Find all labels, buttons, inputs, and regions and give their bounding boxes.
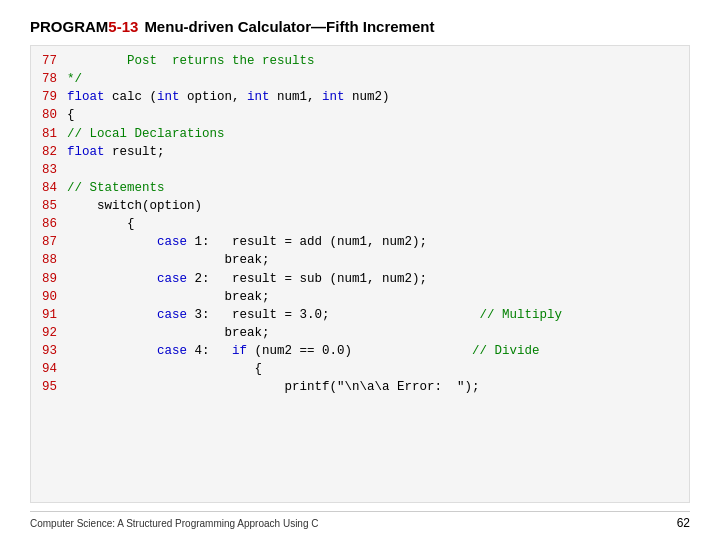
line-code: switch(option)	[67, 197, 689, 215]
line-code: break;	[67, 251, 689, 269]
line-number: 83	[31, 161, 67, 179]
table-row: 93 case 4: if (num2 == 0.0) // Divide	[31, 342, 689, 360]
line-code: Post returns the results	[67, 52, 689, 70]
table-row: 78*/	[31, 70, 689, 88]
title-number-label: 5-13	[108, 18, 138, 35]
table-row: 83	[31, 161, 689, 179]
line-number: 89	[31, 270, 67, 288]
line-number: 91	[31, 306, 67, 324]
line-number: 86	[31, 215, 67, 233]
keyword: float	[67, 90, 105, 104]
line-code	[67, 161, 689, 179]
line-number: 82	[31, 143, 67, 161]
table-row: 85 switch(option)	[31, 197, 689, 215]
keyword: int	[157, 90, 180, 104]
keyword: case	[157, 235, 187, 249]
footer-left-text: Computer Science: A Structured Programmi…	[30, 518, 318, 529]
table-row: 81// Local Declarations	[31, 125, 689, 143]
line-number: 92	[31, 324, 67, 342]
keyword: float	[67, 145, 105, 159]
table-row: 89 case 2: result = sub (num1, num2);	[31, 270, 689, 288]
line-number: 88	[31, 251, 67, 269]
line-code: case 3: result = 3.0; // Multiply	[67, 306, 689, 324]
line-code: {	[67, 360, 689, 378]
line-number: 93	[31, 342, 67, 360]
line-number: 87	[31, 233, 67, 251]
line-code: float result;	[67, 143, 689, 161]
line-code: {	[67, 215, 689, 233]
comment: // Local Declarations	[67, 127, 225, 141]
table-row: 90 break;	[31, 288, 689, 306]
line-code: case 4: if (num2 == 0.0) // Divide	[67, 342, 689, 360]
line-number: 95	[31, 378, 67, 396]
comment: */	[67, 72, 82, 86]
keyword: case	[157, 272, 187, 286]
table-row: 87 case 1: result = add (num1, num2);	[31, 233, 689, 251]
line-number: 77	[31, 52, 67, 70]
table-row: 86 {	[31, 215, 689, 233]
table-row: 84// Statements	[31, 179, 689, 197]
table-row: 82float result;	[31, 143, 689, 161]
title-desc-label: Menu-driven Calculator—Fifth Increment	[144, 18, 434, 35]
line-code: break;	[67, 324, 689, 342]
line-code: float calc (int option, int num1, int nu…	[67, 88, 689, 106]
line-number: 90	[31, 288, 67, 306]
keyword: case	[157, 308, 187, 322]
line-number: 81	[31, 125, 67, 143]
line-number: 80	[31, 106, 67, 124]
comment: // Statements	[67, 181, 165, 195]
table-row: 92 break;	[31, 324, 689, 342]
line-code: case 2: result = sub (num1, num2);	[67, 270, 689, 288]
line-number: 78	[31, 70, 67, 88]
table-row: 79float calc (int option, int num1, int …	[31, 88, 689, 106]
comment: Post returns the results	[127, 54, 315, 68]
comment: // Multiply	[480, 308, 563, 322]
line-number: 84	[31, 179, 67, 197]
keyword: int	[247, 90, 270, 104]
line-code: case 1: result = add (num1, num2);	[67, 233, 689, 251]
table-row: 95 printf("\n\a\a Error: ");	[31, 378, 689, 396]
keyword: if	[232, 344, 247, 358]
title-program-label: PROGRAM	[30, 18, 108, 35]
keyword: int	[322, 90, 345, 104]
line-number: 94	[31, 360, 67, 378]
line-code: {	[67, 106, 689, 124]
table-row: 77 Post returns the results	[31, 52, 689, 70]
keyword: case	[157, 344, 187, 358]
table-row: 88 break;	[31, 251, 689, 269]
line-code: */	[67, 70, 689, 88]
code-block: 77 Post returns the results78*/79float c…	[30, 45, 690, 503]
code-table: 77 Post returns the results78*/79float c…	[31, 52, 689, 396]
table-row: 91 case 3: result = 3.0; // Multiply	[31, 306, 689, 324]
line-code: // Local Declarations	[67, 125, 689, 143]
line-number: 85	[31, 197, 67, 215]
line-code: // Statements	[67, 179, 689, 197]
comment: // Divide	[472, 344, 540, 358]
line-code: break;	[67, 288, 689, 306]
footer-right-text: 62	[677, 516, 690, 530]
table-row: 94 {	[31, 360, 689, 378]
footer: Computer Science: A Structured Programmi…	[30, 511, 690, 530]
line-code: printf("\n\a\a Error: ");	[67, 378, 689, 396]
page-container: PROGRAM 5-13 Menu-driven Calculator—Fift…	[0, 0, 720, 540]
line-number: 79	[31, 88, 67, 106]
title-bar: PROGRAM 5-13 Menu-driven Calculator—Fift…	[30, 18, 690, 35]
table-row: 80{	[31, 106, 689, 124]
